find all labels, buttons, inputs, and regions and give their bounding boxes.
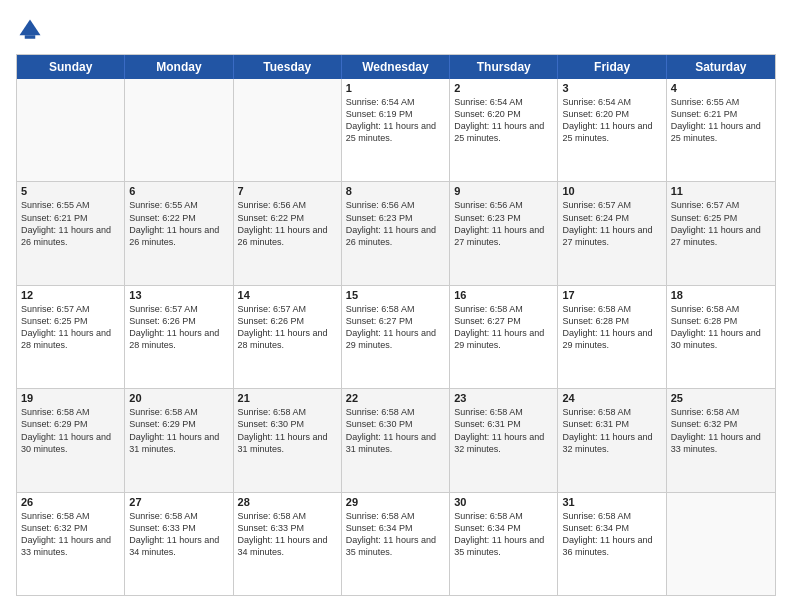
calendar-day-23: 23Sunrise: 6:58 AM Sunset: 6:31 PM Dayli… [450, 389, 558, 491]
day-info: Sunrise: 6:55 AM Sunset: 6:21 PM Dayligh… [21, 199, 120, 248]
day-info: Sunrise: 6:56 AM Sunset: 6:22 PM Dayligh… [238, 199, 337, 248]
day-info: Sunrise: 6:58 AM Sunset: 6:34 PM Dayligh… [346, 510, 445, 559]
day-number: 26 [21, 496, 120, 508]
day-number: 14 [238, 289, 337, 301]
day-number: 24 [562, 392, 661, 404]
day-number: 1 [346, 82, 445, 94]
svg-rect-1 [25, 35, 36, 39]
calendar-day-27: 27Sunrise: 6:58 AM Sunset: 6:33 PM Dayli… [125, 493, 233, 595]
day-number: 25 [671, 392, 771, 404]
calendar-day-24: 24Sunrise: 6:58 AM Sunset: 6:31 PM Dayli… [558, 389, 666, 491]
day-info: Sunrise: 6:58 AM Sunset: 6:32 PM Dayligh… [671, 406, 771, 455]
day-info: Sunrise: 6:57 AM Sunset: 6:25 PM Dayligh… [21, 303, 120, 352]
day-info: Sunrise: 6:54 AM Sunset: 6:19 PM Dayligh… [346, 96, 445, 145]
day-info: Sunrise: 6:58 AM Sunset: 6:34 PM Dayligh… [562, 510, 661, 559]
day-number: 4 [671, 82, 771, 94]
day-info: Sunrise: 6:54 AM Sunset: 6:20 PM Dayligh… [562, 96, 661, 145]
day-number: 11 [671, 185, 771, 197]
calendar-body: 1Sunrise: 6:54 AM Sunset: 6:19 PM Daylig… [17, 79, 775, 595]
day-number: 22 [346, 392, 445, 404]
day-number: 12 [21, 289, 120, 301]
day-info: Sunrise: 6:58 AM Sunset: 6:33 PM Dayligh… [129, 510, 228, 559]
day-info: Sunrise: 6:58 AM Sunset: 6:28 PM Dayligh… [562, 303, 661, 352]
calendar-empty-cell [17, 79, 125, 181]
calendar-week-2: 5Sunrise: 6:55 AM Sunset: 6:21 PM Daylig… [17, 182, 775, 285]
day-info: Sunrise: 6:58 AM Sunset: 6:28 PM Dayligh… [671, 303, 771, 352]
day-info: Sunrise: 6:58 AM Sunset: 6:31 PM Dayligh… [454, 406, 553, 455]
day-info: Sunrise: 6:58 AM Sunset: 6:29 PM Dayligh… [21, 406, 120, 455]
calendar-header-row: SundayMondayTuesdayWednesdayThursdayFrid… [17, 55, 775, 79]
day-info: Sunrise: 6:58 AM Sunset: 6:30 PM Dayligh… [346, 406, 445, 455]
day-number: 20 [129, 392, 228, 404]
logo-icon [16, 16, 44, 44]
logo [16, 16, 48, 44]
day-number: 16 [454, 289, 553, 301]
calendar-empty-cell [667, 493, 775, 595]
day-info: Sunrise: 6:54 AM Sunset: 6:20 PM Dayligh… [454, 96, 553, 145]
calendar-day-12: 12Sunrise: 6:57 AM Sunset: 6:25 PM Dayli… [17, 286, 125, 388]
day-number: 29 [346, 496, 445, 508]
calendar-day-25: 25Sunrise: 6:58 AM Sunset: 6:32 PM Dayli… [667, 389, 775, 491]
header-cell-friday: Friday [558, 55, 666, 79]
day-info: Sunrise: 6:58 AM Sunset: 6:33 PM Dayligh… [238, 510, 337, 559]
calendar-day-18: 18Sunrise: 6:58 AM Sunset: 6:28 PM Dayli… [667, 286, 775, 388]
calendar-day-3: 3Sunrise: 6:54 AM Sunset: 6:20 PM Daylig… [558, 79, 666, 181]
day-info: Sunrise: 6:57 AM Sunset: 6:24 PM Dayligh… [562, 199, 661, 248]
day-number: 23 [454, 392, 553, 404]
calendar-day-20: 20Sunrise: 6:58 AM Sunset: 6:29 PM Dayli… [125, 389, 233, 491]
day-number: 21 [238, 392, 337, 404]
svg-marker-0 [20, 20, 41, 36]
day-number: 3 [562, 82, 661, 94]
calendar-week-5: 26Sunrise: 6:58 AM Sunset: 6:32 PM Dayli… [17, 493, 775, 595]
header-cell-saturday: Saturday [667, 55, 775, 79]
day-info: Sunrise: 6:58 AM Sunset: 6:34 PM Dayligh… [454, 510, 553, 559]
calendar-day-13: 13Sunrise: 6:57 AM Sunset: 6:26 PM Dayli… [125, 286, 233, 388]
day-info: Sunrise: 6:55 AM Sunset: 6:22 PM Dayligh… [129, 199, 228, 248]
calendar-week-4: 19Sunrise: 6:58 AM Sunset: 6:29 PM Dayli… [17, 389, 775, 492]
calendar-week-3: 12Sunrise: 6:57 AM Sunset: 6:25 PM Dayli… [17, 286, 775, 389]
day-number: 6 [129, 185, 228, 197]
calendar-day-30: 30Sunrise: 6:58 AM Sunset: 6:34 PM Dayli… [450, 493, 558, 595]
calendar-day-1: 1Sunrise: 6:54 AM Sunset: 6:19 PM Daylig… [342, 79, 450, 181]
header [16, 16, 776, 44]
day-number: 5 [21, 185, 120, 197]
calendar-day-14: 14Sunrise: 6:57 AM Sunset: 6:26 PM Dayli… [234, 286, 342, 388]
calendar-day-10: 10Sunrise: 6:57 AM Sunset: 6:24 PM Dayli… [558, 182, 666, 284]
day-info: Sunrise: 6:58 AM Sunset: 6:27 PM Dayligh… [346, 303, 445, 352]
day-number: 27 [129, 496, 228, 508]
calendar-day-26: 26Sunrise: 6:58 AM Sunset: 6:32 PM Dayli… [17, 493, 125, 595]
day-number: 19 [21, 392, 120, 404]
header-cell-sunday: Sunday [17, 55, 125, 79]
calendar-day-9: 9Sunrise: 6:56 AM Sunset: 6:23 PM Daylig… [450, 182, 558, 284]
calendar-day-16: 16Sunrise: 6:58 AM Sunset: 6:27 PM Dayli… [450, 286, 558, 388]
day-info: Sunrise: 6:58 AM Sunset: 6:27 PM Dayligh… [454, 303, 553, 352]
calendar-day-5: 5Sunrise: 6:55 AM Sunset: 6:21 PM Daylig… [17, 182, 125, 284]
day-number: 9 [454, 185, 553, 197]
calendar-day-19: 19Sunrise: 6:58 AM Sunset: 6:29 PM Dayli… [17, 389, 125, 491]
day-number: 17 [562, 289, 661, 301]
day-info: Sunrise: 6:56 AM Sunset: 6:23 PM Dayligh… [346, 199, 445, 248]
calendar-day-21: 21Sunrise: 6:58 AM Sunset: 6:30 PM Dayli… [234, 389, 342, 491]
calendar-day-15: 15Sunrise: 6:58 AM Sunset: 6:27 PM Dayli… [342, 286, 450, 388]
calendar-day-4: 4Sunrise: 6:55 AM Sunset: 6:21 PM Daylig… [667, 79, 775, 181]
day-info: Sunrise: 6:57 AM Sunset: 6:26 PM Dayligh… [129, 303, 228, 352]
day-number: 7 [238, 185, 337, 197]
day-number: 18 [671, 289, 771, 301]
day-info: Sunrise: 6:58 AM Sunset: 6:29 PM Dayligh… [129, 406, 228, 455]
calendar-day-8: 8Sunrise: 6:56 AM Sunset: 6:23 PM Daylig… [342, 182, 450, 284]
day-number: 2 [454, 82, 553, 94]
day-number: 13 [129, 289, 228, 301]
day-info: Sunrise: 6:58 AM Sunset: 6:31 PM Dayligh… [562, 406, 661, 455]
page: SundayMondayTuesdayWednesdayThursdayFrid… [0, 0, 792, 612]
calendar-day-29: 29Sunrise: 6:58 AM Sunset: 6:34 PM Dayli… [342, 493, 450, 595]
calendar-day-11: 11Sunrise: 6:57 AM Sunset: 6:25 PM Dayli… [667, 182, 775, 284]
header-cell-wednesday: Wednesday [342, 55, 450, 79]
day-number: 28 [238, 496, 337, 508]
calendar-day-17: 17Sunrise: 6:58 AM Sunset: 6:28 PM Dayli… [558, 286, 666, 388]
calendar-day-2: 2Sunrise: 6:54 AM Sunset: 6:20 PM Daylig… [450, 79, 558, 181]
day-info: Sunrise: 6:57 AM Sunset: 6:26 PM Dayligh… [238, 303, 337, 352]
calendar-day-7: 7Sunrise: 6:56 AM Sunset: 6:22 PM Daylig… [234, 182, 342, 284]
header-cell-thursday: Thursday [450, 55, 558, 79]
calendar-day-28: 28Sunrise: 6:58 AM Sunset: 6:33 PM Dayli… [234, 493, 342, 595]
day-number: 15 [346, 289, 445, 301]
